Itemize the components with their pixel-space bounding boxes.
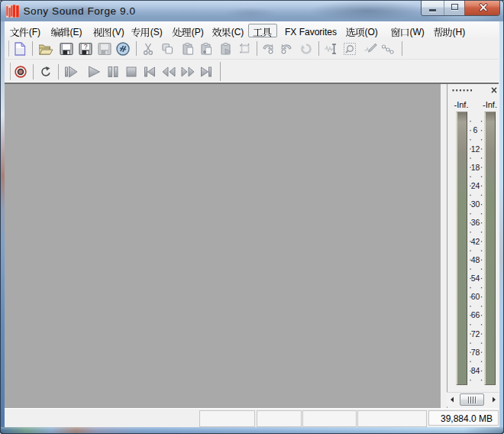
svg-text:(W): (W) [410,27,425,37]
svg-text:36: 36 [471,218,480,227]
svg-text:6: 6 [473,125,478,134]
svg-text:72: 72 [471,329,480,338]
svg-text:12: 12 [471,144,480,154]
svg-text:(F): (F) [29,27,40,37]
svg-text:54: 54 [471,274,480,283]
svg-text:18: 18 [471,163,480,172]
svg-text:60: 60 [471,292,480,301]
svg-text:84: 84 [471,366,480,375]
svg-text:FX Favorites: FX Favorites [285,27,337,37]
svg-text:(V): (V) [112,27,124,37]
svg-text:?: ? [83,42,87,50]
svg-text:(H): (H) [453,27,466,37]
svg-text:(O): (O) [365,27,378,37]
svg-text:42: 42 [471,237,480,246]
svg-text:66: 66 [471,310,480,319]
svg-text:24: 24 [471,181,480,190]
svg-text:78: 78 [471,348,480,357]
svg-text:(S): (S) [150,27,163,37]
svg-text:48: 48 [471,255,480,264]
svg-text:(C): (C) [231,27,244,37]
svg-text:(E): (E) [70,27,82,37]
svg-text:(P): (P) [192,27,204,37]
svg-text:30: 30 [471,199,480,209]
